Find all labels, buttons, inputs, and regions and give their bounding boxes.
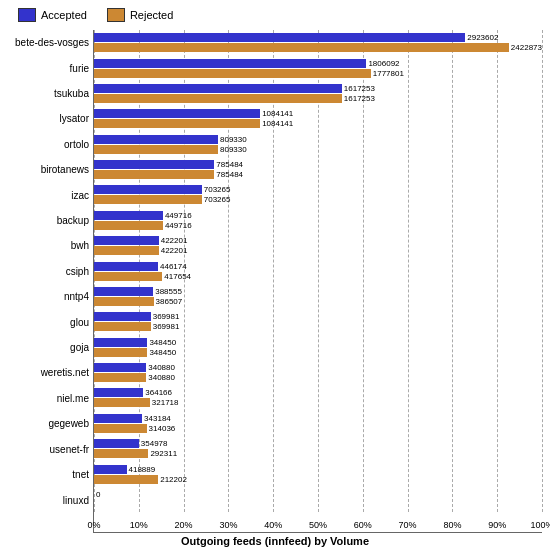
bar-group: 16172531617253	[94, 81, 542, 106]
legend-rejected: Rejected	[107, 8, 173, 22]
bar-row-rejected: 292311	[94, 449, 542, 458]
bar-group: 18060921777801	[94, 55, 542, 80]
bar-accepted	[94, 33, 465, 42]
bar-group: 29236022422873	[94, 30, 542, 55]
bar-accepted	[94, 84, 342, 93]
chart-container: Accepted Rejected bete-des-vosgesfuriets…	[0, 0, 550, 555]
x-axis-label: 90%	[488, 520, 506, 530]
bar-group: 10841411084141	[94, 106, 542, 131]
bar-rejected-label: 809330	[220, 145, 247, 154]
y-label: backup	[8, 210, 89, 232]
x-axis-label: 70%	[399, 520, 417, 530]
bar-rejected-label: 314036	[149, 424, 176, 433]
bar-rejected-label: 292311	[150, 449, 177, 458]
bar-accepted	[94, 465, 127, 474]
bar-group: 449716449716	[94, 208, 542, 233]
y-label: bwh	[8, 235, 89, 257]
bar-row-rejected: 417654	[94, 272, 542, 281]
bar-row-accepted: 785484	[94, 160, 542, 169]
bar-rejected-label: 1777801	[373, 69, 404, 78]
bar-row-accepted: 446174	[94, 262, 542, 271]
y-label: bete-des-vosges	[8, 32, 89, 54]
bar-row-accepted: 1806092	[94, 59, 542, 68]
bar-accepted	[94, 338, 147, 347]
x-axis-label: 40%	[264, 520, 282, 530]
bar-row-rejected: 703265	[94, 195, 542, 204]
bar-row-accepted: 369981	[94, 312, 542, 321]
y-label: usenet-fr	[8, 438, 89, 460]
bar-accepted-label: 1617253	[344, 84, 375, 93]
bar-group: 348450348450	[94, 335, 542, 360]
bar-row-accepted: 418889	[94, 465, 542, 474]
bar-accepted-label: 418889	[129, 465, 156, 474]
y-label: tnet	[8, 464, 89, 486]
bar-rejected-label: 369981	[153, 322, 180, 331]
bar-rejected	[94, 398, 150, 407]
bar-accepted	[94, 262, 158, 271]
bar-row-accepted: 354978	[94, 439, 542, 448]
bar-rejected-label: 212202	[160, 475, 187, 484]
bar-row-rejected: 1617253	[94, 94, 542, 103]
bar-accepted	[94, 363, 146, 372]
grid-line	[542, 30, 543, 512]
bar-accepted-label: 422201	[161, 236, 188, 245]
bar-rejected-label: 348450	[149, 348, 176, 357]
y-label: niel.me	[8, 387, 89, 409]
bar-rejected	[94, 119, 260, 128]
bar-accepted-label: 446174	[160, 262, 187, 271]
y-label: lysator	[8, 108, 89, 130]
bar-row-accepted: 364166	[94, 388, 542, 397]
bar-rejected	[94, 272, 162, 281]
bar-rejected-label: 2422873	[511, 43, 542, 52]
bar-rejected-label: 449716	[165, 221, 192, 230]
bar-row-accepted: 340880	[94, 363, 542, 372]
y-axis: bete-des-vosgesfurietsukubalysatorortolo…	[8, 30, 93, 533]
legend-rejected-box	[107, 8, 125, 22]
bar-group: 388555386507	[94, 284, 542, 309]
bar-row-rejected: 386507	[94, 297, 542, 306]
bar-rejected-label: 386507	[156, 297, 183, 306]
x-axis-label: 50%	[309, 520, 327, 530]
bar-row-rejected: 212202	[94, 475, 542, 484]
bar-group: 369981369981	[94, 309, 542, 334]
bars-container: 2923602242287318060921777801161725316172…	[93, 30, 542, 533]
bar-group: 703265703265	[94, 182, 542, 207]
bar-accepted	[94, 160, 214, 169]
bar-accepted	[94, 59, 366, 68]
bar-rejected	[94, 145, 218, 154]
bar-rejected	[94, 69, 371, 78]
bar-rejected-label: 703265	[204, 195, 231, 204]
bar-row-accepted: 0	[94, 490, 542, 499]
bar-row-rejected: 369981	[94, 322, 542, 331]
bar-accepted	[94, 388, 143, 397]
bar-row-rejected: 340880	[94, 373, 542, 382]
bar-accepted-label: 2923602	[467, 33, 498, 42]
bar-row-rejected: 785484	[94, 170, 542, 179]
bar-accepted-label: 340880	[148, 363, 175, 372]
y-label: nntp4	[8, 286, 89, 308]
bar-accepted-label: 369981	[153, 312, 180, 321]
bar-row-accepted: 703265	[94, 185, 542, 194]
bar-accepted-label: 388555	[155, 287, 182, 296]
x-axis-label: 10%	[130, 520, 148, 530]
bar-row-accepted: 2923602	[94, 33, 542, 42]
bar-accepted-label: 354978	[141, 439, 168, 448]
bar-rejected	[94, 43, 509, 52]
bar-row-rejected	[94, 500, 542, 509]
bar-rejected-label: 422201	[161, 246, 188, 255]
chart-body: bete-des-vosgesfurietsukubalysatorortolo…	[8, 30, 542, 533]
bar-rejected-label: 321718	[152, 398, 179, 407]
bar-rejected	[94, 221, 163, 230]
x-axis-label: 30%	[219, 520, 237, 530]
bar-row-rejected: 2422873	[94, 43, 542, 52]
bar-accepted	[94, 439, 139, 448]
y-label: ortolo	[8, 133, 89, 155]
bar-rejected-label: 1617253	[344, 94, 375, 103]
bar-row-rejected: 348450	[94, 348, 542, 357]
x-axis-label: 60%	[354, 520, 372, 530]
bar-group: 422201422201	[94, 233, 542, 258]
bar-accepted	[94, 236, 159, 245]
bar-row-rejected: 321718	[94, 398, 542, 407]
bar-accepted-label: 364166	[145, 388, 172, 397]
bar-rejected	[94, 424, 147, 433]
